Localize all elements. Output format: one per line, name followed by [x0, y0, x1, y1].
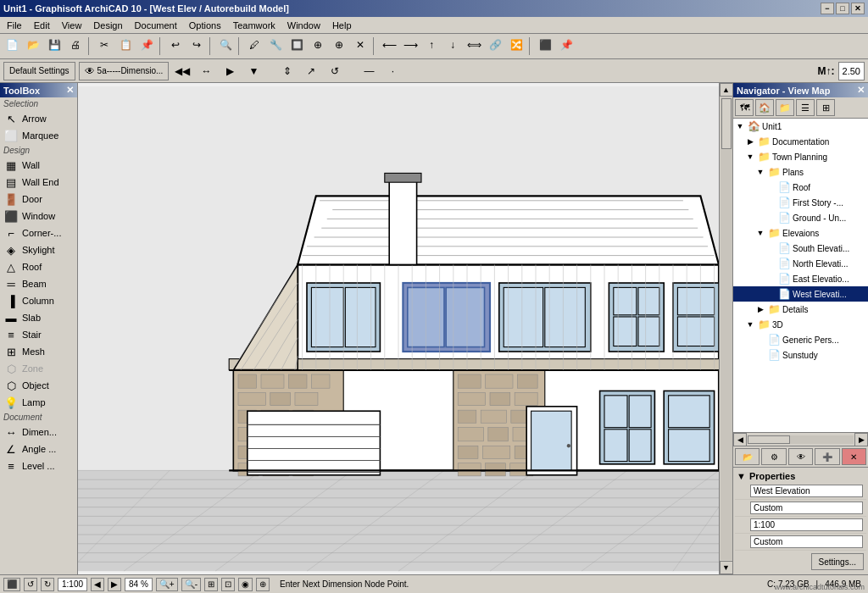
cut-button[interactable]: ✂ — [94, 36, 114, 54]
menu-item-view[interactable]: View — [57, 19, 87, 32]
toolbox-column[interactable]: ▐ Column — [0, 292, 77, 309]
status-toolbar-btn-1[interactable]: ⬛ — [3, 578, 20, 591]
menu-item-teamwork[interactable]: Teamwork — [228, 19, 281, 32]
status-toolbar-btn-2[interactable]: ↺ — [24, 578, 37, 591]
toolbar-btn-11[interactable]: 🔀 — [506, 36, 526, 54]
toolbox-lamp[interactable]: 💡 Lamp — [0, 394, 77, 411]
tree-item-generic-pers[interactable]: 📄 Generic Pers... — [733, 332, 868, 347]
nav-scroll-right[interactable]: ▶ — [854, 433, 868, 446]
toolbar-btn-8[interactable]: ↓ — [442, 36, 463, 54]
toolbox-roof[interactable]: △ Roof — [0, 258, 77, 275]
nav-home-button[interactable]: 🏠 — [755, 99, 774, 116]
toolbox-wall-end[interactable]: ▤ Wall End — [0, 174, 77, 191]
nav-scroll-left[interactable]: ◀ — [733, 433, 747, 446]
toolbar-btn-3[interactable]: ⊕ — [329, 36, 349, 54]
undo-button[interactable]: ↩ — [165, 36, 186, 54]
toolbox-wall[interactable]: ▦ Wall — [0, 157, 77, 174]
down-btn[interactable]: ▼ — [243, 62, 264, 80]
open-button[interactable]: 📂 — [23, 36, 43, 54]
tree-item-east-elev[interactable]: 📄 East Elevatio... — [733, 271, 868, 286]
toolbar-btn-9[interactable]: ⟺ — [464, 36, 484, 54]
flip-v-btn[interactable]: ⇕ — [277, 62, 298, 80]
paste-button[interactable]: 📌 — [136, 36, 157, 54]
zoom-out-button[interactable]: 🔍- — [181, 578, 201, 591]
navigator-close-icon[interactable]: ✕ — [857, 85, 865, 96]
toolbox-close-icon[interactable]: ✕ — [66, 85, 74, 96]
toolbar-btn-12[interactable]: ⬛ — [535, 36, 555, 54]
tree-item-sunstudy[interactable]: 📄 Sunstudy — [733, 347, 868, 363]
pan-button[interactable]: ⊕ — [256, 578, 270, 591]
nav-close-x-button[interactable]: ✕ — [842, 448, 866, 465]
tree-item-unit1[interactable]: ▼ 🏠 Unit1 — [733, 119, 868, 134]
print-button[interactable]: 🖨 — [65, 36, 86, 54]
nav-folder-button[interactable]: 📁 — [776, 99, 794, 116]
menu-item-window[interactable]: Window — [282, 19, 326, 32]
prev-page-button[interactable]: ◀ — [91, 578, 104, 591]
scroll-down-button[interactable]: ▼ — [720, 561, 733, 574]
nav-expand-button[interactable]: ⊞ — [816, 99, 835, 116]
menu-item-document[interactable]: Document — [130, 19, 182, 32]
toolbox-angle[interactable]: ∠ Angle ... — [0, 441, 77, 457]
toolbox-slab[interactable]: ▬ Slab — [0, 309, 77, 326]
arrow-left-btn[interactable]: ◀◀ — [172, 62, 192, 80]
flip-h-btn[interactable]: ↗ — [301, 62, 321, 80]
tree-item-west-elev[interactable]: 📄 West Elevati... — [733, 286, 868, 302]
toolbox-arrow[interactable]: ↖ Arrow — [0, 110, 77, 127]
redo-button[interactable]: ↪ — [186, 36, 207, 54]
toolbar-btn-13[interactable]: 📌 — [556, 36, 576, 54]
toolbar-btn-2[interactable]: ⊕ — [308, 36, 328, 54]
dot-btn[interactable]: · — [382, 62, 403, 80]
status-toolbar-btn-3[interactable]: ↻ — [41, 578, 54, 591]
tree-item-documentation[interactable]: ▶ 📁 Documentation — [733, 134, 868, 149]
minimize-button[interactable]: − — [821, 3, 834, 14]
toolbox-door[interactable]: 🚪 Door — [0, 191, 77, 208]
toolbox-stair[interactable]: ≡ Stair — [0, 326, 77, 343]
toolbar-btn-10[interactable]: 🔗 — [485, 36, 505, 54]
magic-wand[interactable]: 🖊 — [244, 36, 264, 54]
zoom-ext-button[interactable]: ⊡ — [221, 578, 235, 591]
toolbar-btn-1[interactable]: 🔲 — [287, 36, 307, 54]
scroll-track[interactable] — [721, 97, 732, 560]
default-settings-button[interactable]: Default Settings — [3, 62, 75, 80]
nav-add-button[interactable]: ➕ — [815, 448, 839, 465]
menu-item-file[interactable]: File — [2, 19, 27, 32]
view-selector-button[interactable]: 👁 5a-----Dimensio... — [79, 62, 170, 80]
menu-item-help[interactable]: Help — [327, 19, 357, 32]
dimension-input[interactable]: 2.50 — [838, 62, 865, 80]
prop-val-4[interactable]: Custom — [750, 535, 863, 548]
zoom-in-button[interactable]: 🔍+ — [156, 578, 178, 591]
prop-val-1[interactable]: West Elevation — [750, 485, 863, 497]
close-button[interactable]: ✕ — [851, 3, 865, 14]
scroll-thumb[interactable] — [721, 98, 732, 149]
nav-list-button[interactable]: ☰ — [796, 99, 815, 116]
arrow-right-btn[interactable]: ▶ — [220, 62, 240, 80]
tree-item-first-story[interactable]: 📄 First Story -... — [733, 195, 868, 210]
toolbox-dimen[interactable]: ↔ Dimen... — [0, 424, 77, 441]
toolbox-level[interactable]: ≡ Level ... — [0, 457, 77, 474]
toolbar-btn-7[interactable]: ↑ — [421, 36, 442, 54]
tree-item-3d[interactable]: ▼ 📁 3D — [733, 317, 868, 332]
toolbar-btn-6[interactable]: ⟶ — [400, 36, 420, 54]
line-btn[interactable]: — — [359, 62, 379, 80]
prop-val-2[interactable]: Custom — [750, 502, 863, 514]
next-page-button[interactable]: ▶ — [108, 578, 121, 591]
rotate-btn[interactable]: ↺ — [325, 62, 345, 80]
stretch-btn[interactable]: ↔ — [196, 62, 216, 80]
toolbox-corner[interactable]: ⌐ Corner-... — [0, 224, 77, 241]
tree-item-elevaions[interactable]: ▼ 📁 Elevaions — [733, 225, 868, 241]
toolbox-window[interactable]: ⬛ Window — [0, 208, 77, 224]
tree-item-south-elev[interactable]: 📄 South Elevati... — [733, 241, 868, 256]
toolbox-marquee[interactable]: ⬜ Marquee — [0, 127, 77, 144]
toolbox-beam[interactable]: ═ Beam — [0, 275, 77, 292]
canvas-area[interactable]: ▲ ▼ — [78, 83, 732, 574]
zoom-sel-button[interactable]: ◉ — [238, 578, 253, 591]
tree-item-details[interactable]: ▶ 📁 Details — [733, 302, 868, 317]
menu-item-options[interactable]: Options — [184, 19, 226, 32]
toolbox-zone[interactable]: ⬡ Zone — [0, 360, 77, 377]
toolbar-btn-4[interactable]: ✕ — [350, 36, 370, 54]
toolbox-skylight[interactable]: ◈ Skylight — [0, 241, 77, 258]
maximize-button[interactable]: □ — [836, 3, 849, 14]
nav-view-button[interactable]: 👁 — [788, 448, 813, 465]
fit-button[interactable]: ⊞ — [204, 578, 218, 591]
save-button[interactable]: 💾 — [44, 36, 64, 54]
